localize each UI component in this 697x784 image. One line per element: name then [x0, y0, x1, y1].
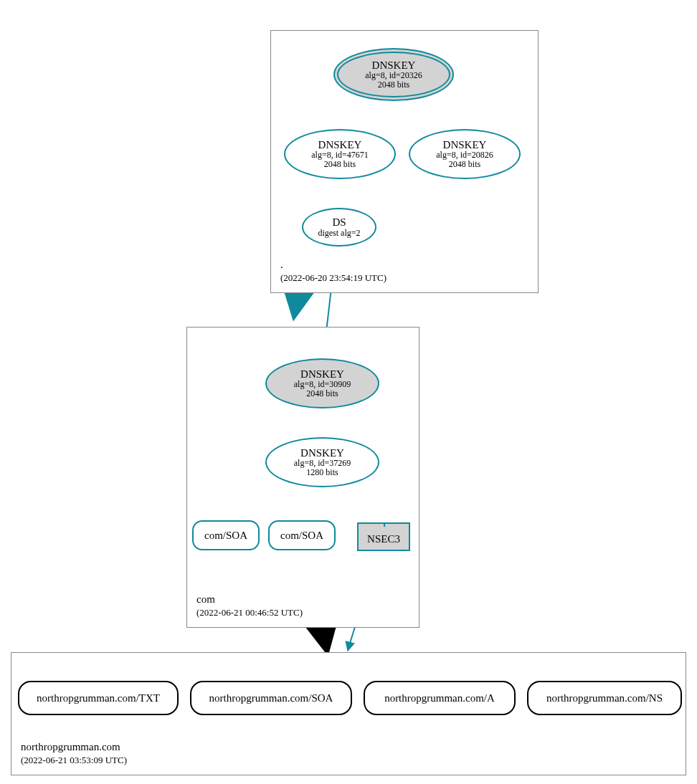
- zone-com-timestamp: (2022-06-21 00:46:52 UTC): [196, 607, 303, 618]
- node-root-ksk: DNSKEY alg=8, id=20326 2048 bits: [333, 48, 454, 101]
- node-com-soa2: com/SOA: [268, 520, 336, 550]
- node-com-nsec3: NSEC3: [357, 527, 410, 551]
- node-ng-txt: northropgrumman.com/TXT: [18, 681, 179, 715]
- node-title: DNSKEY: [443, 139, 487, 151]
- zone-root-timestamp: (2022-06-20 23:54:19 UTC): [280, 272, 387, 284]
- zone-ng-timestamp: (2022-06-21 03:53:09 UTC): [21, 755, 127, 766]
- node-sub: 2048 bits: [449, 160, 480, 169]
- node-title: DNSKEY: [318, 139, 362, 151]
- node-title: DNSKEY: [300, 447, 344, 459]
- node-sub: 2048 bits: [324, 160, 356, 169]
- node-title: DNSKEY: [372, 59, 416, 72]
- zone-root-label: .: [280, 259, 283, 271]
- node-title: DS: [332, 216, 346, 229]
- zone-ng-label: northropgrumman.com: [21, 741, 120, 753]
- node-ng-soa: northropgrumman.com/SOA: [190, 681, 352, 715]
- node-sub: digest alg=2: [318, 229, 360, 238]
- node-ng-ns: northropgrumman.com/NS: [527, 681, 682, 715]
- node-title: DNSKEY: [300, 368, 344, 381]
- node-root-ds: DS digest alg=2: [302, 208, 376, 247]
- node-sub: 2048 bits: [378, 80, 409, 90]
- node-com-ksk: DNSKEY alg=8, id=30909 2048 bits: [265, 358, 379, 408]
- node-sub: 2048 bits: [306, 389, 338, 398]
- node-sub: alg=8, id=20326: [365, 71, 422, 80]
- node-root-zsk2: DNSKEY alg=8, id=20826 2048 bits: [409, 129, 521, 179]
- zone-com-label: com: [196, 593, 215, 606]
- node-com-soa1: com/SOA: [192, 520, 260, 550]
- node-com-zsk: DNSKEY alg=8, id=37269 1280 bits: [265, 437, 379, 487]
- node-root-zsk1: DNSKEY alg=8, id=47671 2048 bits: [284, 129, 396, 179]
- node-ng-a: northropgrumman.com/A: [364, 681, 516, 715]
- node-sub: 1280 bits: [306, 468, 338, 477]
